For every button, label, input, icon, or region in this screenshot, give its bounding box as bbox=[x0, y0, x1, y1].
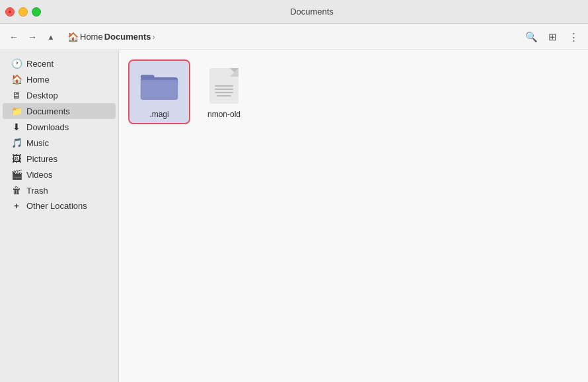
other-locations-icon: + bbox=[11, 201, 22, 211]
sidebar-item-downloads[interactable]: ⬇ Downloads bbox=[3, 119, 116, 135]
sidebar-label-other-locations: Other Locations bbox=[26, 201, 87, 211]
downloads-icon: ⬇ bbox=[11, 122, 22, 132]
folder-icon-magi bbox=[138, 65, 180, 107]
home-icon: 🏠 bbox=[67, 32, 79, 42]
view-toggle-button[interactable]: ⊞ bbox=[543, 28, 562, 46]
maximize-button[interactable] bbox=[32, 7, 41, 17]
file-item-nmon-old[interactable]: nmon-old bbox=[194, 61, 254, 123]
file-grid: .magi nmon-old bbox=[129, 61, 577, 123]
back-button[interactable]: ← bbox=[5, 28, 22, 46]
toolbar: ← → ▲ 🏠 Home Documents › 🔍 ⊞ ⋮ bbox=[0, 24, 588, 50]
window-controls: × bbox=[5, 7, 41, 17]
file-label-nmon-old: nmon-old bbox=[207, 110, 240, 119]
sidebar-label-downloads: Downloads bbox=[26, 122, 69, 132]
sidebar-label-music: Music bbox=[26, 138, 49, 148]
sidebar-label-pictures: Pictures bbox=[26, 154, 57, 164]
sidebar-item-pictures[interactable]: 🖼 Pictures bbox=[3, 151, 116, 167]
sidebar-item-other-locations[interactable]: + Other Locations bbox=[3, 198, 116, 213]
sidebar-item-trash[interactable]: 🗑 Trash bbox=[3, 182, 116, 198]
sidebar-item-documents[interactable]: 📁 Documents bbox=[3, 103, 116, 119]
file-area[interactable]: .magi nmon-old bbox=[119, 50, 588, 382]
forward-button[interactable]: → bbox=[24, 28, 41, 46]
trash-icon: 🗑 bbox=[11, 185, 22, 196]
close-button[interactable]: × bbox=[5, 7, 15, 17]
sidebar-label-documents: Documents bbox=[26, 106, 70, 116]
recent-icon: 🕐 bbox=[11, 58, 22, 69]
sidebar-label-videos: Videos bbox=[26, 170, 53, 180]
generic-file-icon-nmon bbox=[203, 65, 245, 107]
breadcrumb: 🏠 Home Documents › bbox=[67, 32, 514, 42]
file-item-magi[interactable]: .magi bbox=[129, 61, 189, 123]
breadcrumb-documents[interactable]: Documents bbox=[104, 32, 151, 42]
titlebar: × Documents bbox=[0, 0, 588, 24]
svg-rect-3 bbox=[142, 81, 177, 98]
home-sidebar-icon: 🏠 bbox=[11, 74, 22, 85]
documents-icon: 📁 bbox=[11, 106, 22, 116]
sidebar-label-recent: Recent bbox=[26, 59, 54, 69]
main-container: 🕐 Recent 🏠 Home 🖥 Desktop 📁 Documents ⬇ … bbox=[0, 50, 588, 382]
sidebar-item-videos[interactable]: 🎬 Videos bbox=[3, 167, 116, 182]
sidebar-item-home[interactable]: 🏠 Home bbox=[3, 71, 116, 87]
sidebar-item-recent[interactable]: 🕐 Recent bbox=[3, 56, 116, 71]
desktop-icon: 🖥 bbox=[11, 90, 22, 100]
music-icon: 🎵 bbox=[11, 137, 22, 148]
toolbar-actions: 🔍 ⊞ ⋮ bbox=[522, 28, 583, 46]
breadcrumb-end-sep: › bbox=[152, 32, 155, 42]
navigation-buttons: ← → ▲ bbox=[5, 28, 59, 46]
pictures-icon: 🖼 bbox=[11, 153, 22, 164]
file-label-magi: .magi bbox=[149, 110, 168, 119]
up-button[interactable]: ▲ bbox=[42, 28, 59, 46]
sidebar-item-music[interactable]: 🎵 Music bbox=[3, 135, 116, 151]
search-button[interactable]: 🔍 bbox=[522, 28, 540, 46]
sidebar-label-desktop: Desktop bbox=[26, 91, 58, 100]
menu-button[interactable]: ⋮ bbox=[564, 28, 583, 46]
minimize-button[interactable] bbox=[18, 7, 28, 17]
breadcrumb-home[interactable]: Home bbox=[80, 32, 103, 42]
videos-icon: 🎬 bbox=[11, 169, 22, 180]
window-title: Documents bbox=[41, 7, 583, 17]
sidebar-item-desktop[interactable]: 🖥 Desktop bbox=[3, 87, 116, 103]
sidebar: 🕐 Recent 🏠 Home 🖥 Desktop 📁 Documents ⬇ … bbox=[0, 50, 119, 382]
sidebar-label-home: Home bbox=[26, 75, 50, 85]
sidebar-label-trash: Trash bbox=[26, 186, 48, 196]
